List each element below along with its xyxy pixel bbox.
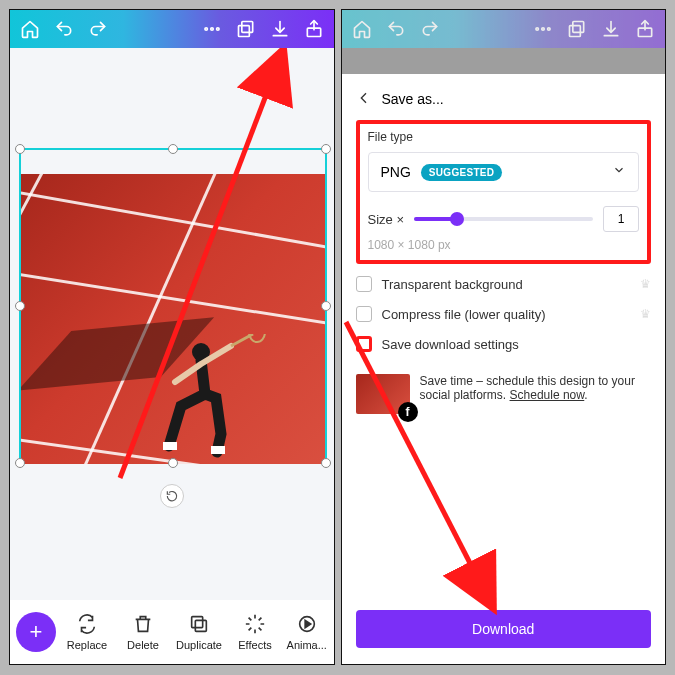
svg-point-1	[210, 28, 213, 31]
svg-point-14	[536, 28, 539, 31]
size-label: Size ×	[368, 212, 405, 227]
more-icon	[533, 19, 553, 39]
schedule-promo: f Save time – schedule this design to yo…	[356, 374, 652, 414]
svg-point-16	[548, 28, 551, 31]
svg-rect-8	[211, 446, 225, 454]
download-icon[interactable]	[270, 19, 290, 39]
resize-handle[interactable]	[168, 144, 178, 154]
replace-tool[interactable]: Replace	[62, 613, 112, 651]
delete-tool[interactable]: Delete	[118, 613, 168, 651]
resize-handle[interactable]	[321, 144, 331, 154]
transparent-checkbox[interactable]: Transparent background ♛	[356, 276, 652, 292]
add-button[interactable]: +	[16, 612, 56, 652]
bottom-toolbar: + Replace Delete Duplicate Effects Anima…	[10, 600, 334, 664]
share-icon[interactable]	[304, 19, 324, 39]
svg-rect-12	[192, 617, 203, 628]
tool-label: Effects	[238, 639, 271, 651]
tool-label: Anima...	[287, 639, 327, 651]
back-icon[interactable]	[356, 90, 372, 109]
file-type-value: PNG	[381, 164, 411, 180]
effects-tool[interactable]: Effects	[230, 613, 280, 651]
saveas-screen: Save as... File type PNG SUGGESTED Size …	[341, 9, 667, 665]
duplicate-tool[interactable]: Duplicate	[174, 613, 224, 651]
download-icon	[601, 19, 621, 39]
checkbox-label: Compress file (lower quality)	[382, 307, 546, 322]
checkbox-label: Save download settings	[382, 337, 519, 352]
resize-handle[interactable]	[15, 144, 25, 154]
editor-screen: + Replace Delete Duplicate Effects Anima…	[9, 9, 335, 665]
pages-icon	[567, 19, 587, 39]
svg-rect-18	[570, 26, 581, 37]
share-icon	[635, 19, 655, 39]
compress-checkbox[interactable]: Compress file (lower quality) ♛	[356, 306, 652, 322]
premium-icon: ♛	[640, 307, 651, 321]
checkbox-label: Transparent background	[382, 277, 523, 292]
rotate-button[interactable]	[160, 484, 184, 508]
tool-label: Duplicate	[176, 639, 222, 651]
top-toolbar	[10, 10, 334, 48]
tool-label: Delete	[127, 639, 159, 651]
dim-backdrop	[342, 48, 666, 74]
home-icon[interactable]	[20, 19, 40, 39]
suggested-badge: SUGGESTED	[421, 164, 503, 181]
svg-point-0	[204, 28, 207, 31]
svg-rect-11	[195, 620, 206, 631]
resize-handle[interactable]	[15, 301, 25, 311]
resize-handle[interactable]	[15, 458, 25, 468]
home-icon	[352, 19, 372, 39]
saveas-sheet: Save as... File type PNG SUGGESTED Size …	[342, 74, 666, 664]
canvas-image[interactable]	[21, 174, 325, 464]
svg-point-15	[542, 28, 545, 31]
sheet-title: Save as...	[382, 91, 444, 107]
more-icon[interactable]	[202, 19, 222, 39]
size-input[interactable]: 1	[603, 206, 639, 232]
top-toolbar-dim	[342, 10, 666, 48]
premium-icon: ♛	[640, 277, 651, 291]
dimensions-text: 1080 × 1080 px	[368, 238, 640, 252]
facebook-icon: f	[398, 402, 418, 422]
svg-rect-9	[163, 442, 177, 450]
resize-handle[interactable]	[168, 458, 178, 468]
download-button[interactable]: Download	[356, 610, 652, 648]
selection-box[interactable]	[19, 148, 327, 464]
svg-point-2	[216, 28, 219, 31]
canvas[interactable]	[10, 48, 334, 600]
tool-label: Replace	[67, 639, 107, 651]
annotation-highlight: File type PNG SUGGESTED Size × 1 1080 × …	[356, 120, 652, 264]
pages-icon[interactable]	[236, 19, 256, 39]
undo-icon	[386, 19, 406, 39]
file-type-label: File type	[368, 130, 640, 144]
size-slider[interactable]	[414, 217, 593, 221]
animate-tool[interactable]: Anima...	[286, 613, 328, 651]
undo-icon[interactable]	[54, 19, 74, 39]
schedule-link[interactable]: Schedule now	[510, 388, 585, 402]
svg-rect-17	[573, 22, 584, 33]
save-settings-checkbox[interactable]: Save download settings	[356, 336, 652, 352]
redo-icon[interactable]	[88, 19, 108, 39]
chevron-down-icon	[612, 163, 626, 181]
resize-handle[interactable]	[321, 301, 331, 311]
svg-rect-4	[238, 26, 249, 37]
resize-handle[interactable]	[321, 458, 331, 468]
redo-icon	[420, 19, 440, 39]
file-type-dropdown[interactable]: PNG SUGGESTED	[368, 152, 640, 192]
svg-rect-3	[241, 22, 252, 33]
